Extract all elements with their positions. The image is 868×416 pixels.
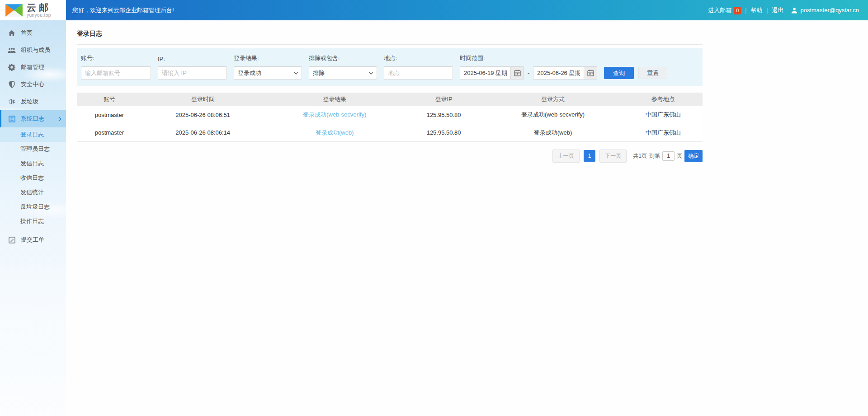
time-range-field-group: 时间范围: - [460,54,597,79]
login-result-field-group: 登录结果: 登录成功 [234,54,302,79]
sidebar-item-organization[interactable]: 组织与成员 [0,42,66,59]
sidebar-item-security-center[interactable]: 安全中心 [0,76,66,93]
search-button[interactable]: 查询 [604,67,634,79]
col-login-time: 登录时间 [142,93,264,106]
calendar-to-button[interactable] [584,66,597,79]
top-header: 云邮 yunyou.top 您好，欢迎来到云邮企业邮箱管理后台! 进入邮箱0 |… [0,0,868,20]
sidebar-item-antispam[interactable]: 反垃圾 [0,93,66,110]
page-number-button[interactable]: 1 [584,150,596,162]
brand-domain: yunyou.top [27,13,51,18]
user-email: postmaster@qystar.cn [800,7,859,14]
sidebar-item-system-logs[interactable]: 系统日志 [0,110,66,127]
current-user: postmaster@qystar.cn [791,7,859,14]
cell-login-result-link[interactable]: 登录成功(web-secverify) [264,106,406,124]
date-from-input[interactable] [460,66,510,79]
sidebar-subitem-operation-log[interactable]: 操作日志 [0,214,66,229]
antispam-icon [8,98,16,105]
sidebar-subitem-send-log[interactable]: 发信日志 [0,156,66,171]
logout-link[interactable]: 退出 [772,6,783,14]
separator: | [745,7,746,14]
ip-input[interactable] [158,66,227,79]
pagination: 上一页 1 下一页 共1页 到第 页 确定 [77,150,703,163]
total-pages-text: 共1页 [633,152,647,160]
users-icon [8,47,16,53]
next-page-button[interactable]: 下一页 [599,150,627,163]
table-header-row: 账号 登录时间 登录结果 登录IP 登录方式 参考地点 [77,93,703,106]
location-field-group: 地点: [384,54,453,79]
location-label: 地点: [384,54,453,62]
sidebar-subitem-login-log[interactable]: 登录日志 [0,127,66,142]
main-area: 登录日志 账号: IP: 登录结果: 登录成功 [66,20,868,416]
exclude-include-label: 排除或包含: [309,54,377,62]
exclude-include-field-group: 排除或包含: 排除 [309,54,377,79]
account-field-group: 账号: [81,54,151,79]
goto-confirm-button[interactable]: 确定 [684,150,703,162]
sidebar-subitem-admin-log[interactable]: 管理员日志 [0,142,66,156]
gear-icon [8,64,16,71]
ip-label: IP: [158,56,227,62]
syslog-icon [8,116,16,122]
shield-icon [8,81,16,88]
page-title: 登录日志 [77,20,703,45]
chevron-right-icon [58,117,61,122]
ticket-icon [8,237,16,243]
col-location: 参考地点 [624,93,703,106]
date-to-input[interactable] [533,66,584,79]
login-result-label: 登录结果: [234,54,302,62]
goto-page-input[interactable] [662,151,675,161]
calendar-icon [587,70,594,76]
table-row: postmaster 2025-06-26 08:06:51 登录成功(web-… [77,106,703,124]
sidebar-subitem-antispam-log[interactable]: 反垃圾日志 [0,200,66,214]
col-account: 账号 [77,93,142,106]
sidebar-subitem-send-stats[interactable]: 发信统计 [0,185,66,200]
mailbox-badge: 0 [734,7,741,14]
cell-login-ip: 125.95.50.80 [406,106,482,124]
brand-logo[interactable]: 云邮 yunyou.top [0,0,66,20]
goto-prefix-text: 到第 [649,152,660,160]
cell-login-time: 2025-06-26 08:06:51 [142,106,264,124]
cell-account: postmaster [77,124,142,141]
reset-button[interactable]: 重置 [638,67,667,79]
sidebar-item-submit-ticket[interactable]: 提交工单 [0,231,66,248]
sidebar-item-mailbox-admin[interactable]: 邮箱管理 [0,59,66,76]
calendar-icon [514,70,521,76]
login-result-select[interactable]: 登录成功 [234,66,302,79]
date-range-separator: - [528,70,529,76]
sidebar-subitem-receive-log[interactable]: 收信日志 [0,171,66,185]
sidebar-item-home[interactable]: 首页 [0,24,66,42]
account-input[interactable] [81,66,151,79]
time-range-label: 时间范围: [460,54,597,62]
cell-location: 中国广东佛山 [624,106,703,124]
brand-name: 云邮 [27,3,51,12]
cell-login-ip: 125.95.50.80 [406,124,482,141]
goto-suffix-text: 页 [677,152,682,160]
sidebar: 首页 组织与成员 邮箱管理 安全中心 [0,20,66,416]
enter-mailbox-link[interactable]: 进入邮箱0 [708,6,741,14]
exclude-include-select[interactable]: 排除 [309,66,377,79]
table-row: postmaster 2025-06-26 08:06:14 登录成功(web)… [77,124,703,141]
separator: | [766,7,768,14]
cell-login-result-link[interactable]: 登录成功(web) [264,124,406,141]
user-icon [791,7,797,14]
envelope-logo-icon [5,3,24,18]
cell-location: 中国广东佛山 [624,124,703,141]
calendar-from-button[interactable] [510,66,524,79]
cell-account: postmaster [77,106,142,124]
filter-bar: 账号: IP: 登录结果: 登录成功 [77,48,703,86]
location-input[interactable] [384,66,453,79]
col-login-method: 登录方式 [482,93,623,106]
cell-login-time: 2025-06-26 08:06:14 [142,124,264,141]
header-bar: 您好，欢迎来到云邮企业邮箱管理后台! 进入邮箱0 | 帮助 | 退出 postm… [66,0,868,20]
cell-login-method: 登录成功(web-secverify) [482,106,623,124]
home-icon [8,30,16,37]
col-login-ip: 登录IP [406,93,482,106]
login-log-table: 账号 登录时间 登录结果 登录IP 登录方式 参考地点 postmaster 2… [77,93,703,142]
help-link[interactable]: 帮助 [750,6,762,14]
ip-field-group: IP: [158,56,227,79]
welcome-text: 您好，欢迎来到云邮企业邮箱管理后台! [72,6,174,14]
col-login-result: 登录结果 [264,93,406,106]
prev-page-button[interactable]: 上一页 [552,150,580,163]
cell-login-method: 登录成功(web) [482,124,623,141]
account-label: 账号: [81,54,151,62]
